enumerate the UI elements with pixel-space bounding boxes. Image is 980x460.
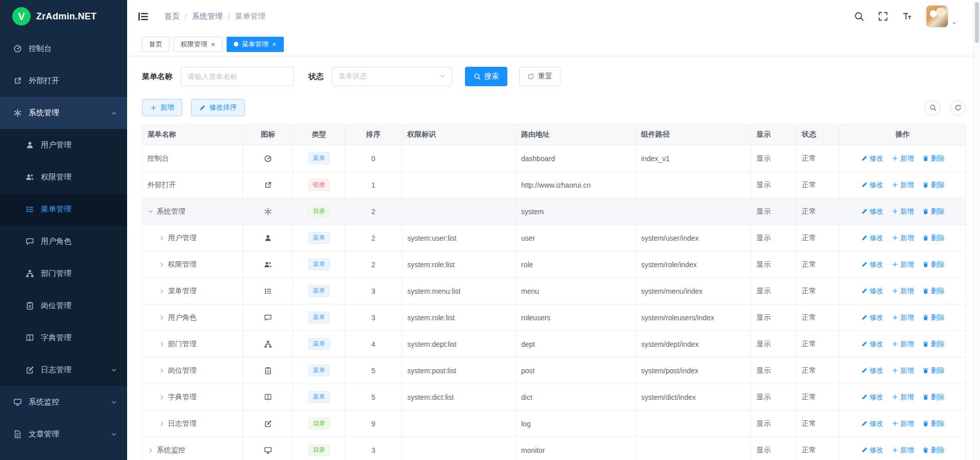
trash-icon — [922, 288, 929, 294]
search-button[interactable]: 搜索 — [465, 67, 507, 86]
edit-action[interactable]: 修改 — [861, 154, 884, 163]
edit-action[interactable]: 修改 — [861, 313, 884, 322]
sidebar-item-post-admin[interactable]: 岗位管理 — [0, 290, 127, 322]
logo-icon: V — [12, 7, 31, 25]
delete-action[interactable]: 删除 — [922, 234, 945, 243]
edit-action[interactable]: 修改 — [861, 340, 884, 349]
delete-action[interactable]: 删除 — [922, 366, 945, 375]
sidebar-item-dept-admin[interactable]: 部门管理 — [0, 258, 127, 290]
edit-action[interactable]: 修改 — [861, 207, 884, 216]
add-action[interactable]: 新增 — [892, 181, 914, 190]
edit-action[interactable]: 修改 — [861, 393, 884, 402]
chevron-right-icon[interactable] — [159, 315, 168, 321]
add-action[interactable]: 新增 — [892, 287, 914, 296]
close-icon[interactable]: × — [272, 40, 277, 48]
chevron-right-icon[interactable] — [159, 341, 168, 347]
chevron-right-icon[interactable] — [159, 288, 168, 294]
modify-sort-button[interactable]: 修改排序 — [191, 99, 245, 116]
chevron-right-icon[interactable] — [159, 235, 168, 241]
edit-action[interactable]: 修改 — [861, 446, 884, 455]
sidebar-item-external-open[interactable]: 外部打开 — [0, 65, 127, 97]
delete-action[interactable]: 删除 — [922, 154, 945, 163]
chevron-down-icon[interactable] — [951, 20, 958, 27]
gear-icon — [264, 208, 272, 216]
font-size-icon[interactable] — [902, 11, 912, 21]
breadcrumb-item[interactable]: 首页 — [164, 12, 180, 21]
col-perm: 权限标识 — [402, 124, 516, 145]
chevron-right-icon[interactable] — [148, 447, 157, 453]
sidebar-item-label: 外部打开 — [29, 76, 117, 86]
users-icon — [26, 173, 34, 182]
add-action[interactable]: 新增 — [892, 340, 914, 349]
avatar[interactable] — [926, 5, 948, 28]
delete-action[interactable]: 删除 — [922, 340, 945, 349]
chevron-right-icon[interactable] — [159, 262, 168, 268]
delete-action[interactable]: 删除 — [922, 260, 945, 269]
user-menu[interactable] — [926, 5, 958, 28]
plus-icon — [892, 182, 898, 188]
search-icon[interactable] — [854, 11, 864, 21]
add-action[interactable]: 新增 — [892, 419, 914, 428]
refresh-icon — [954, 104, 962, 111]
tab-role[interactable]: 权限管理× — [174, 37, 223, 52]
add-button[interactable]: 新增 — [142, 99, 182, 116]
menu-table: 菜单名称 图标 类型 排序 权限标识 路由地址 组件路径 显示 状态 操作 控制… — [142, 124, 966, 460]
sort-value: 5 — [345, 384, 402, 411]
sidebar-item-dict-admin[interactable]: 字典管理 — [0, 322, 127, 354]
chevron-right-icon[interactable] — [159, 394, 168, 400]
page-scrollbar[interactable] — [973, 0, 980, 460]
tab-home[interactable]: 首页 — [142, 37, 169, 52]
close-icon[interactable]: × — [211, 40, 215, 48]
delete-action[interactable]: 删除 — [922, 446, 945, 455]
add-action[interactable]: 新增 — [892, 446, 914, 455]
delete-action[interactable]: 删除 — [922, 287, 945, 296]
edit-action[interactable]: 修改 — [861, 234, 884, 243]
sidebar-item-system-monitor[interactable]: 系统监控 — [0, 386, 127, 418]
add-action[interactable]: 新增 — [892, 366, 914, 375]
tab-menu[interactable]: 菜单管理× — [227, 37, 284, 52]
chevron-right-icon[interactable] — [159, 368, 168, 374]
chevron-right-icon[interactable] — [159, 421, 168, 427]
add-action[interactable]: 新增 — [892, 234, 914, 243]
pencil-icon — [861, 420, 868, 427]
hamburger-icon[interactable] — [137, 11, 149, 22]
edit-action[interactable]: 修改 — [861, 366, 884, 375]
add-action[interactable]: 新增 — [892, 393, 914, 402]
reset-button[interactable]: 重置 — [519, 67, 560, 86]
edit-action[interactable]: 修改 — [861, 181, 884, 190]
app-logo[interactable]: V ZrAdmin.NET — [0, 0, 127, 33]
breadcrumb-item[interactable]: 系统管理 — [192, 12, 223, 21]
status-select[interactable]: 菜单状态 — [332, 67, 452, 86]
sidebar-item-dashboard[interactable]: 控制台 — [0, 33, 127, 65]
chevron-down-icon[interactable] — [148, 209, 157, 215]
type-badge: 目录 — [308, 418, 330, 429]
delete-action[interactable]: 删除 — [922, 207, 945, 216]
sidebar-item-system-admin[interactable]: 系统管理 — [0, 97, 127, 129]
type-badge: 菜单 — [308, 338, 330, 350]
sidebar-item-role-admin[interactable]: 权限管理 — [0, 161, 127, 193]
type-badge: 菜单 — [308, 312, 330, 323]
add-action[interactable]: 新增 — [892, 154, 914, 163]
sidebar-item-user-admin[interactable]: 用户管理 — [0, 129, 127, 161]
delete-action[interactable]: 删除 — [922, 419, 945, 428]
edit-action[interactable]: 修改 — [861, 260, 884, 269]
add-action[interactable]: 新增 — [892, 260, 914, 269]
delete-action[interactable]: 删除 — [922, 313, 945, 322]
fullscreen-icon[interactable] — [878, 11, 888, 21]
add-action[interactable]: 新增 — [892, 207, 914, 216]
refresh-circle-button[interactable] — [950, 100, 966, 116]
sidebar-item-user-role[interactable]: 用户角色 — [0, 225, 127, 258]
edit-action[interactable]: 修改 — [861, 419, 884, 428]
add-action[interactable]: 新增 — [892, 313, 914, 322]
sidebar-item-article-admin[interactable]: 文章管理 — [0, 418, 127, 450]
delete-action[interactable]: 删除 — [922, 181, 945, 190]
delete-action[interactable]: 删除 — [922, 393, 945, 402]
table-tool-buttons — [925, 100, 966, 116]
sidebar-item-menu-admin[interactable]: 菜单管理 — [0, 193, 127, 225]
sidebar-item-log-admin[interactable]: 日志管理 — [0, 354, 127, 386]
search-circle-button[interactable] — [925, 100, 941, 116]
chevron-down-icon — [111, 399, 117, 405]
menu-name-input[interactable] — [181, 67, 294, 86]
scrollbar-thumb[interactable] — [975, 2, 979, 43]
edit-action[interactable]: 修改 — [861, 287, 884, 296]
